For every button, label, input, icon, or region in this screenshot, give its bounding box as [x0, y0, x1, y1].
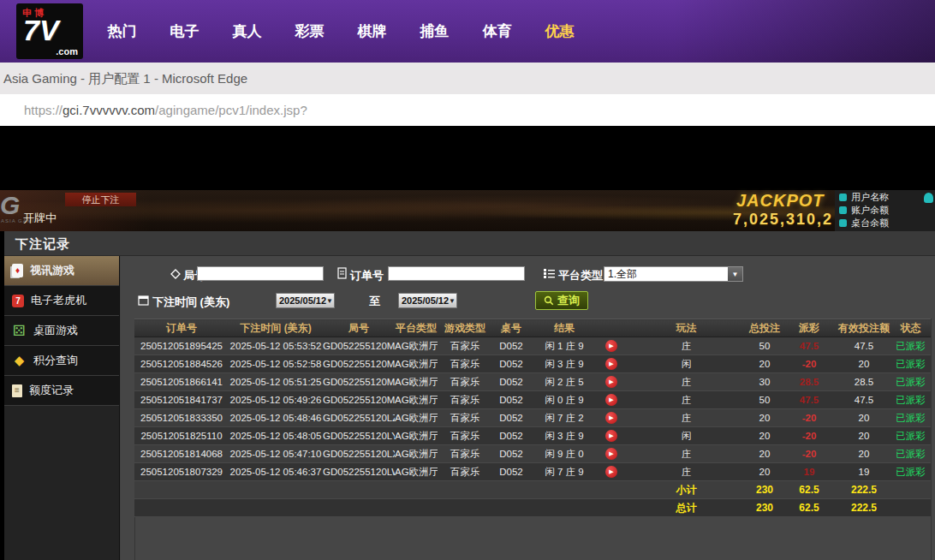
- cell-valid: 47.5: [837, 337, 890, 355]
- jackpot-value: 7,025,310,2: [733, 211, 833, 229]
- cell-game: 百家乐: [438, 355, 492, 373]
- account-row-icon: [839, 194, 847, 201]
- play-video-button[interactable]: ▶: [605, 412, 617, 424]
- col-header-bet: 总投注: [748, 319, 781, 337]
- play-video-button[interactable]: ▶: [605, 448, 617, 460]
- round-number-icon: [170, 269, 181, 279]
- nav-item-lottery[interactable]: 彩票: [278, 21, 341, 41]
- subtotal-payout: 62.5: [781, 481, 837, 499]
- cell-play-btn: ▶: [599, 427, 624, 445]
- order-number-label: 订单号: [350, 268, 384, 283]
- table-row: 2505120518845262025-05-12 05:52:58GD0522…: [134, 355, 931, 373]
- cell-time: 2025-05-12 05:48:05: [229, 427, 323, 445]
- cell-game: 百家乐: [438, 391, 492, 409]
- cell-play-btn: ▶: [599, 355, 624, 373]
- game-stream-strip: G ASIA GAMING 停止下注 开牌中 JACKPOT 7,025,310…: [0, 190, 935, 231]
- account-row-3: 桌台余额: [835, 217, 935, 229]
- search-button[interactable]: 查询: [535, 291, 588, 310]
- nav-item-fishing[interactable]: 捕鱼: [403, 21, 466, 41]
- cell-game: 百家乐: [438, 337, 492, 355]
- page-background: [0, 126, 935, 190]
- sidebar-item-points-query[interactable]: 积分查询: [4, 346, 119, 376]
- cell-result: 闲 3 庄 9: [530, 355, 599, 373]
- cell-payout: -20: [781, 427, 837, 445]
- cell-order: 250512051841737: [134, 391, 229, 409]
- cell-result: 闲 9 庄 0: [530, 445, 599, 463]
- play-video-button[interactable]: ▶: [605, 340, 617, 352]
- cell-payout: 47.5: [781, 337, 837, 355]
- cell-platform: AG欧洲厅: [395, 427, 438, 445]
- top-navigation: 申博 7V .com 热门电子真人彩票棋牌捕鱼体育优惠: [0, 0, 935, 63]
- nav-item-live[interactable]: 真人: [216, 21, 278, 41]
- table-row: 2505120518661412025-05-12 05:51:25GD0522…: [134, 373, 931, 391]
- cell-status: 已派彩: [890, 355, 931, 373]
- round-number-input[interactable]: [197, 266, 324, 281]
- diamond-icon: [12, 354, 27, 368]
- play-video-button[interactable]: ▶: [605, 466, 617, 478]
- cell-order: 250512051814068: [134, 445, 229, 463]
- panel-content: 局号 订单号 平台类型 1.全部 ▼ 下注时间 (美东) 2025/05/12 …: [121, 256, 935, 560]
- play-video-button[interactable]: ▶: [605, 376, 617, 388]
- nav-item-board-games[interactable]: 棋牌: [341, 21, 403, 41]
- cell-platform: AG欧洲厅: [395, 373, 438, 391]
- sidebar-item-table-games[interactable]: 桌面游戏: [4, 316, 119, 346]
- cell-valid: 47.5: [837, 391, 890, 409]
- table-row: 2505120518954252025-05-12 05:53:52GD0522…: [134, 337, 931, 355]
- chevron-down-icon: ▼: [326, 297, 333, 305]
- nav-item-hot[interactable]: 热门: [91, 21, 153, 41]
- play-video-button[interactable]: ▶: [605, 430, 617, 442]
- date-to-label: 至: [369, 294, 380, 309]
- cell-order: 250512051866141: [134, 373, 229, 391]
- cell-game: 百家乐: [438, 373, 492, 391]
- search-icon: [544, 295, 554, 306]
- calendar-icon: [138, 295, 149, 306]
- cell-round: GD052255120M5: [323, 355, 395, 373]
- nav-item-sports[interactable]: 体育: [466, 21, 528, 41]
- cell-order: 250512051825110: [134, 427, 229, 445]
- url-path: /agingame/pcv1/index.jsp?: [155, 103, 307, 117]
- cell-order: 250512051833350: [134, 409, 229, 427]
- cell-game: 百家乐: [438, 463, 492, 481]
- play-video-button[interactable]: ▶: [605, 394, 617, 406]
- cell-play-btn: ▶: [599, 373, 624, 391]
- sidebar-item-slot-machines[interactable]: 电子老虎机: [4, 286, 119, 316]
- cell-platform: AG欧洲厅: [395, 355, 438, 373]
- platform-type-select[interactable]: 1.全部 ▼: [604, 266, 743, 282]
- brand-logo[interactable]: 申博 7V .com: [16, 3, 83, 59]
- browser-titlebar: Asia Gaming - 用户配置 1 - Microsoft Edge: [0, 63, 935, 94]
- nav-item-slots[interactable]: 电子: [153, 21, 216, 41]
- browser-urlbar[interactable]: https://gci.7vvvvvv.com/agingame/pcv1/in…: [0, 94, 935, 126]
- cell-status: 已派彩: [890, 427, 931, 445]
- cell-play-btn: ▶: [599, 463, 624, 481]
- cell-round: GD052255120M3: [323, 373, 395, 391]
- sidebar-item-video-games[interactable]: 视讯游戏: [4, 256, 119, 286]
- date-to-button[interactable]: 2025/05/12 ▼: [398, 293, 457, 308]
- cell-payout: 28.5: [781, 373, 837, 391]
- date-from-button[interactable]: 2025/05/12 ▼: [276, 293, 335, 308]
- table-body: 2505120518954252025-05-12 05:53:52GD0522…: [134, 337, 931, 481]
- cell-platform: AG欧洲厅: [395, 391, 438, 409]
- cell-table-no: D052: [492, 391, 530, 409]
- col-header-game: 游戏类型: [438, 319, 492, 337]
- cell-bet: 20: [748, 409, 781, 427]
- cell-table-no: D052: [492, 337, 530, 355]
- cell-table-no: D052: [492, 427, 530, 445]
- sidebar-item-quota-records[interactable]: 额度记录: [4, 376, 119, 406]
- cell-time: 2025-05-12 05:47:10: [229, 445, 323, 463]
- cell-play: 庄: [624, 391, 748, 409]
- nav-item-promotions[interactable]: 优惠: [528, 21, 591, 41]
- cell-status: 已派彩: [890, 391, 931, 409]
- chevron-down-icon: ▼: [449, 297, 456, 305]
- play-video-button[interactable]: ▶: [605, 358, 617, 370]
- table-row: 2505120518251102025-05-12 05:48:05GD0522…: [134, 427, 931, 445]
- account-row-icon: [839, 219, 847, 227]
- col-header-valid: 有效投注额: [837, 319, 890, 337]
- cell-play: 庄: [624, 373, 748, 391]
- cell-round: GD052255120LY: [323, 427, 395, 445]
- table-row: 2505120518417372025-05-12 05:49:26GD0522…: [134, 391, 931, 409]
- order-number-input[interactable]: [388, 266, 525, 281]
- cell-time: 2025-05-12 05:53:52: [229, 337, 323, 355]
- cell-play: 闲: [624, 427, 748, 445]
- bet-records-panel: 下注记录 视讯游戏电子老虎机桌面游戏积分查询额度记录 局号 订单号 平台类型 1…: [4, 231, 935, 560]
- total-row: 总计 230 62.5 222.5: [134, 499, 931, 517]
